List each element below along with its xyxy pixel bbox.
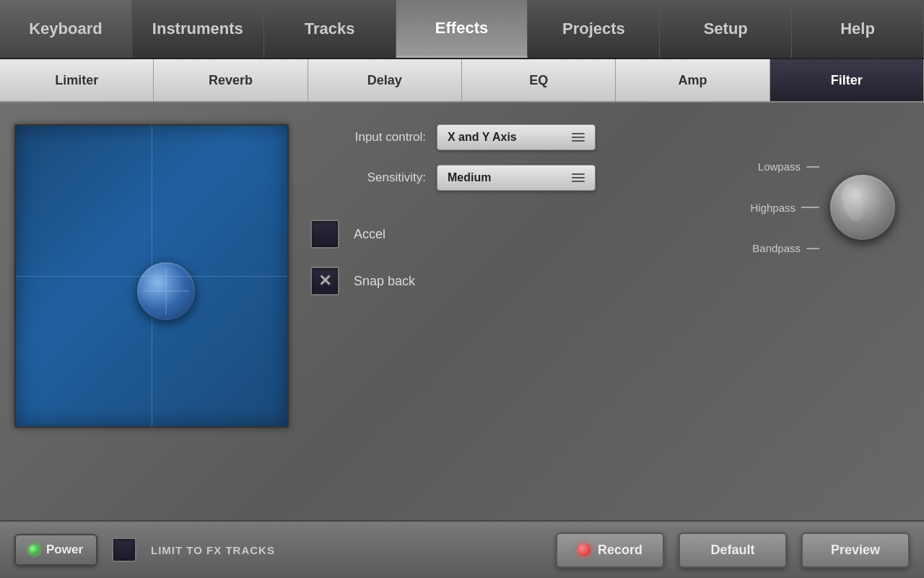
sub-tab-reverb[interactable]: Reverb <box>154 59 308 101</box>
sub-tab-eq[interactable]: EQ <box>462 59 616 101</box>
input-control-dropdown[interactable]: X and Y Axis <box>437 124 596 150</box>
bandpass-tick <box>806 248 819 249</box>
sub-tab-delay[interactable]: Delay <box>308 59 462 101</box>
snap-back-row: ✕ Snap back <box>310 267 910 296</box>
nav-tab-tracks[interactable]: Tracks <box>264 0 396 58</box>
record-button[interactable]: Record <box>556 532 664 568</box>
snap-back-label: Snap back <box>354 274 415 289</box>
nav-tab-instruments[interactable]: Instruments <box>132 0 264 58</box>
bandpass-label: Bandpass <box>752 242 801 254</box>
default-label: Default <box>710 543 754 558</box>
limit-checkbox[interactable] <box>112 538 136 562</box>
sensitivity-value: Medium <box>448 171 491 184</box>
limit-label: LIMIT TO FX TRACKS <box>151 544 275 556</box>
nav-tab-projects[interactable]: Projects <box>528 0 660 58</box>
xy-ball[interactable] <box>137 262 195 320</box>
sub-tab-filter[interactable]: Filter <box>770 59 924 101</box>
highpass-tick <box>801 207 819 208</box>
filter-knob[interactable] <box>830 175 895 240</box>
preview-button[interactable]: Preview <box>801 532 910 568</box>
filter-highpass: Highpass <box>750 202 819 214</box>
accel-label: Accel <box>354 227 385 242</box>
sensitivity-dropdown[interactable]: Medium <box>437 165 596 191</box>
filter-lowpass: Lowpass <box>758 160 819 173</box>
input-control-value: X and Y Axis <box>448 131 517 144</box>
filter-labels: Lowpass Highpass Bandpass <box>750 160 819 254</box>
highpass-label: Highpass <box>750 202 796 214</box>
sub-tab-amp[interactable]: Amp <box>616 59 770 101</box>
power-led <box>29 545 39 555</box>
nav-tab-keyboard[interactable]: Keyboard <box>0 0 132 58</box>
input-control-label: Input control: <box>310 130 426 144</box>
xy-pad[interactable] <box>14 124 289 428</box>
preview-label: Preview <box>831 543 880 558</box>
dropdown-icon <box>572 133 585 142</box>
accel-checkbox[interactable] <box>310 220 339 249</box>
default-button[interactable]: Default <box>679 532 787 568</box>
lowpass-label: Lowpass <box>758 160 801 173</box>
main-content: Input control: X and Y Axis Sensitivity:… <box>0 103 924 520</box>
sub-navigation: Limiter Reverb Delay EQ Amp Filter <box>0 59 924 103</box>
record-icon <box>578 543 590 556</box>
input-control-row: Input control: X and Y Axis <box>310 124 910 150</box>
filter-section: Lowpass Highpass Bandpass <box>750 160 895 254</box>
sensitivity-label: Sensitivity: <box>310 171 426 185</box>
xy-pad-container <box>14 124 289 428</box>
nav-tab-effects[interactable]: Effects <box>396 0 528 58</box>
snap-back-checkbox[interactable]: ✕ <box>310 267 339 296</box>
top-navigation: Keyboard Instruments Tracks Effects Proj… <box>0 0 924 59</box>
record-label: Record <box>598 543 642 558</box>
lowpass-tick <box>806 166 819 168</box>
nav-tab-setup[interactable]: Setup <box>660 0 792 58</box>
filter-bandpass: Bandpass <box>752 242 819 254</box>
dropdown-icon-2 <box>572 173 585 182</box>
sub-tab-limiter[interactable]: Limiter <box>0 59 154 101</box>
bottom-bar: Power LIMIT TO FX TRACKS Record Default … <box>0 520 924 578</box>
power-button[interactable]: Power <box>14 534 97 566</box>
nav-tab-help[interactable]: Help <box>792 0 924 58</box>
power-label: Power <box>46 543 83 557</box>
